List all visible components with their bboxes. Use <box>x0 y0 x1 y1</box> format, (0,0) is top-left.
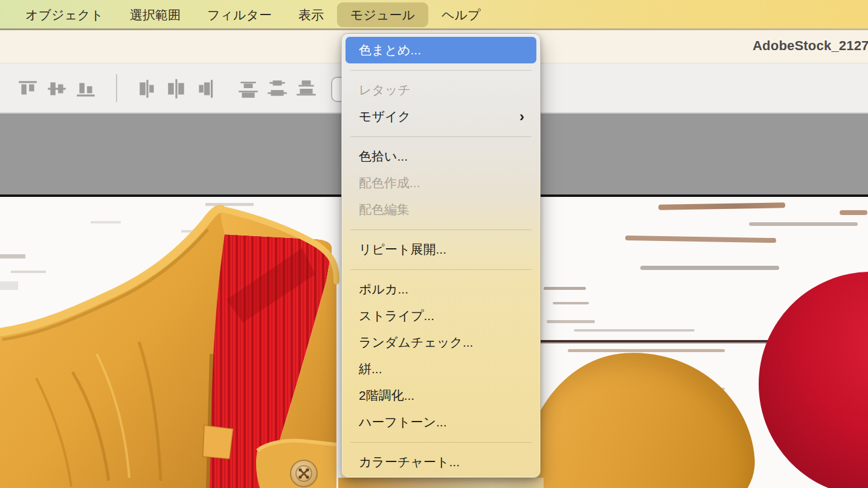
menubar-item-3[interactable]: 表示 <box>285 2 337 27</box>
menu-item-label: 2階調化... <box>359 387 414 404</box>
wood-grain-mark <box>625 236 776 243</box>
align-bottom-icon[interactable] <box>75 78 97 100</box>
submenu-chevron-icon: › <box>519 109 524 124</box>
yellow-garment-fold <box>512 345 758 488</box>
menu-item-label: 配色作成... <box>359 175 420 191</box>
menu-item-label: 絣... <box>359 361 382 377</box>
menu-item-label: ランダムチェック... <box>359 334 473 351</box>
horizontal-align-group <box>137 78 216 100</box>
wood-grain-mark <box>640 266 779 270</box>
menubar-item-5[interactable]: ヘルプ <box>428 2 493 27</box>
wood-grain-mark <box>544 287 586 290</box>
document-title: AdobeStock_21271 <box>753 38 868 54</box>
align-left-icon[interactable] <box>137 78 158 100</box>
align-horizontal-center-icon[interactable] <box>166 78 187 100</box>
menu-separator <box>350 130 532 143</box>
wood-grain-mark <box>658 202 785 210</box>
menu-item-6: 配色作成... <box>346 170 536 196</box>
align-top-icon[interactable] <box>17 78 39 100</box>
menu-item-label: 配色編集 <box>359 201 410 218</box>
menu-separator <box>350 223 532 236</box>
distribute-center-icon[interactable] <box>266 78 288 100</box>
menu-item-label: ストライプ... <box>359 307 434 324</box>
menu-item-14[interactable]: 絣... <box>346 356 536 382</box>
menu-item-label: カラーチャート... <box>359 454 460 470</box>
menu-item-label: 色拾い... <box>359 148 408 165</box>
menu-separator <box>350 263 532 276</box>
distribute-bottom-icon[interactable] <box>295 78 317 100</box>
distribute-group <box>237 78 317 100</box>
vertical-align-group <box>17 78 97 100</box>
wood-grain-mark <box>749 222 858 226</box>
menu-item-11[interactable]: ポルカ... <box>346 276 536 303</box>
menubar-item-1[interactable]: 選択範囲 <box>117 2 194 27</box>
menu-item-13[interactable]: ランダムチェック... <box>346 329 536 356</box>
menu-item-2: レタッチ <box>346 77 536 103</box>
align-vertical-center-icon[interactable] <box>46 78 68 100</box>
menu-item-16[interactable]: ハーフトーン... <box>346 409 536 435</box>
menu-item-12[interactable]: ストライプ... <box>346 303 536 329</box>
toolbar-divider <box>116 74 117 102</box>
align-right-icon[interactable] <box>194 78 216 100</box>
wood-grain-mark <box>547 320 595 323</box>
menu-item-5[interactable]: 色拾い... <box>346 143 536 170</box>
menu-item-label: ハーフトーン... <box>359 414 446 431</box>
menubar-item-4[interactable]: モジュール <box>337 2 428 27</box>
wood-grain-mark <box>574 329 695 332</box>
yellow-coat-red-sweater-illustration <box>0 197 344 488</box>
module-dropdown-menu: 色まとめ...レタッチモザイク›色拾い...配色作成...配色編集リピート展開.… <box>341 33 541 478</box>
menu-item-9[interactable]: リピート展開... <box>346 236 536 263</box>
menu-item-0[interactable]: 色まとめ... <box>346 37 536 63</box>
menu-item-15[interactable]: 2階調化... <box>346 382 536 409</box>
menubar-item-0[interactable]: オブジェクト <box>12 2 117 27</box>
menu-item-label: 色まとめ... <box>359 42 421 59</box>
wood-grain-mark <box>840 210 867 215</box>
distribute-top-icon[interactable] <box>237 78 259 100</box>
menubar-item-2[interactable]: フィルター <box>194 2 285 27</box>
menu-bar: オブジェクト選択範囲フィルター表示モジュールヘルプ <box>0 0 868 28</box>
menu-separator <box>350 63 532 77</box>
menu-item-label: モザイク <box>359 108 411 125</box>
wood-grain-mark <box>568 349 725 352</box>
menu-item-7: 配色編集 <box>346 196 536 223</box>
menu-item-label: ポルカ... <box>359 281 408 298</box>
menu-separator <box>350 435 532 449</box>
below-menu-fill <box>338 478 544 488</box>
menu-item-label: リピート展開... <box>359 241 446 258</box>
menu-item-label: レタッチ <box>359 82 411 98</box>
menu-item-3[interactable]: モザイク› <box>346 103 536 130</box>
red-beret <box>759 272 868 488</box>
menu-item-18[interactable]: カラーチャート... <box>346 449 536 475</box>
wood-grain-mark <box>553 302 589 304</box>
